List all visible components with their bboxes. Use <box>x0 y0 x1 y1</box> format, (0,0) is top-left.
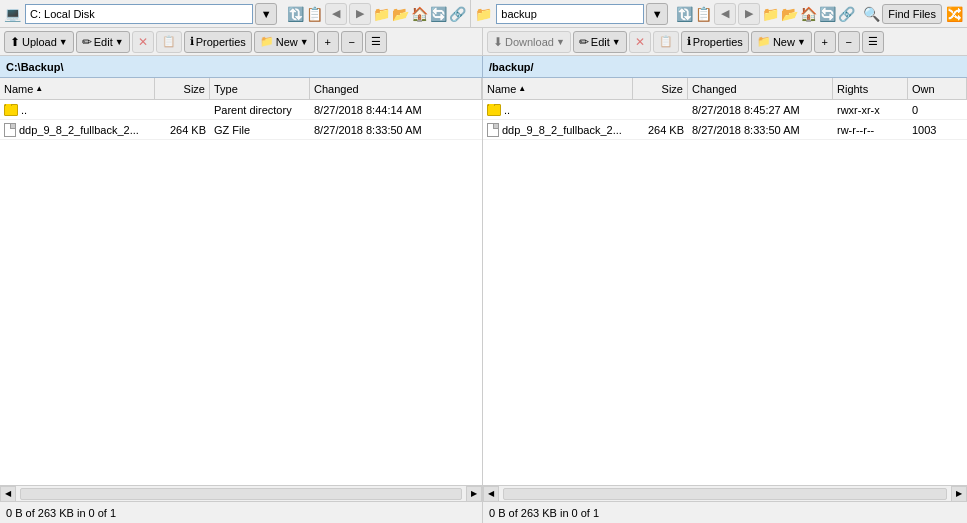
find-files-label: Find Files <box>888 8 936 20</box>
right-col-changed[interactable]: Changed <box>688 78 833 99</box>
left-scrollbar-pane: ◀ ▶ <box>0 486 483 501</box>
right-address-input[interactable] <box>496 4 644 24</box>
left-file-pane: Name ▲ Size Type Changed <box>0 78 483 485</box>
download-button[interactable]: ⬇ Download ▼ <box>487 31 571 53</box>
left-status-text: 0 B of 263 KB in 0 of 1 <box>6 507 116 519</box>
left-parent-name: .. <box>21 104 27 116</box>
left-col-type[interactable]: Type <box>210 78 310 99</box>
left-new-icon: 📁 <box>260 35 274 48</box>
right-bookmark-icon: 📋 <box>695 6 712 22</box>
left-col-changed[interactable]: Changed <box>310 78 482 99</box>
right-scroll-left[interactable]: ◀ <box>483 486 499 502</box>
left-delete-button[interactable]: ✕ <box>132 31 154 53</box>
left-path: C:\Backup\ <box>0 56 483 77</box>
left-back-btn[interactable]: ◀ <box>325 3 347 25</box>
upload-icon: ⬆ <box>10 35 20 49</box>
right-link-icon: 🔗 <box>838 6 855 22</box>
download-arrow: ▼ <box>556 37 565 47</box>
left-col-name[interactable]: Name ▲ <box>0 78 155 99</box>
download-label: Download <box>505 36 554 48</box>
path-row: C:\Backup\ /backup/ <box>0 56 967 78</box>
left-edit-button[interactable]: ✏ Edit ▼ <box>76 31 130 53</box>
right-expand-btn[interactable]: + <box>814 31 836 53</box>
right-edit-label: Edit <box>591 36 610 48</box>
right-properties-label: Properties <box>693 36 743 48</box>
find-files-button[interactable]: Find Files <box>882 4 942 24</box>
right-scrollbar-pane: ◀ ▶ <box>483 486 967 501</box>
left-copy-button[interactable]: 📋 <box>156 31 182 53</box>
left-edit-arrow: ▼ <box>115 37 124 47</box>
right-new-label: New <box>773 36 795 48</box>
left-address-input[interactable] <box>25 4 253 24</box>
right-copy-button[interactable]: 📋 <box>653 31 679 53</box>
right-edit-icon: ✏ <box>579 35 589 49</box>
right-file-pane: Name ▲ Size Changed Rights Own <box>483 78 967 485</box>
left-collapse-btn[interactable]: − <box>341 31 363 53</box>
right-row-file[interactable]: ddp_9_8_2_fullback_2... 264 KB 8/27/2018… <box>483 120 967 140</box>
right-col-rights[interactable]: Rights <box>833 78 908 99</box>
left-link-icon: 🔗 <box>449 6 466 22</box>
right-collapse-btn[interactable]: − <box>838 31 860 53</box>
right-delete-icon: ✕ <box>635 35 645 49</box>
right-edit-arrow: ▼ <box>612 37 621 47</box>
right-menu-btn[interactable]: ☰ <box>862 31 884 53</box>
left-drive-icon: 💻 <box>4 6 21 22</box>
left-col-size[interactable]: Size <box>155 78 210 99</box>
right-back-btn[interactable]: ◀ <box>714 3 736 25</box>
left-properties-button[interactable]: ℹ Properties <box>184 31 252 53</box>
right-new-button[interactable]: 📁 New ▼ <box>751 31 812 53</box>
right-delete-button[interactable]: ✕ <box>629 31 651 53</box>
right-dropdown-btn[interactable]: ▼ <box>646 3 668 25</box>
right-col-owner[interactable]: Own <box>908 78 967 99</box>
right-forward-btn[interactable]: ▶ <box>738 3 760 25</box>
left-scroll-left[interactable]: ◀ <box>0 486 16 502</box>
right-parent-changed: 8/27/2018 8:45:27 AM <box>688 104 833 116</box>
left-file-size: 264 KB <box>155 124 210 136</box>
right-scrollbar-track[interactable] <box>503 488 947 500</box>
left-row-parent[interactable]: .. Parent directory 8/27/2018 8:44:14 AM <box>0 100 482 120</box>
left-home-icon: 🏠 <box>411 6 428 22</box>
left-address-pane: 💻 ▼ 🔃 📋 ◀ ▶ 📁 📂 🏠 🔄 🔗 <box>0 0 471 27</box>
right-copy-icon: 📋 <box>659 35 673 48</box>
right-row-parent[interactable]: .. 8/27/2018 8:45:27 AM rwxr-xr-x 0 <box>483 100 967 120</box>
right-file-changed: 8/27/2018 8:33:50 AM <box>688 124 833 136</box>
left-dropdown-btn[interactable]: ▼ <box>255 3 277 25</box>
right-col-name[interactable]: Name ▲ <box>483 78 633 99</box>
left-scrollbar-track[interactable] <box>20 488 462 500</box>
right-parent-owner: 0 <box>908 104 967 116</box>
left-menu-btn[interactable]: ☰ <box>365 31 387 53</box>
right-scroll-right[interactable]: ▶ <box>951 486 967 502</box>
left-forward-btn[interactable]: ▶ <box>349 3 371 25</box>
right-home-icon: 🏠 <box>800 6 817 22</box>
right-col-size[interactable]: Size <box>633 78 688 99</box>
right-status-pane: 0 B of 263 KB in 0 of 1 <box>483 502 967 523</box>
right-path-label: /backup/ <box>489 61 534 73</box>
left-scroll-right[interactable]: ▶ <box>466 486 482 502</box>
action-toolbar-row: ⬆ Upload ▼ ✏ Edit ▼ ✕ 📋 ℹ Properties 📁 N <box>0 28 967 56</box>
right-parent-name: .. <box>504 104 510 116</box>
left-row-file[interactable]: ddp_9_8_2_fullback_2... 264 KB GZ File 8… <box>0 120 482 140</box>
upload-button[interactable]: ⬆ Upload ▼ <box>4 31 74 53</box>
left-new-arrow: ▼ <box>300 37 309 47</box>
left-parent-type: Parent directory <box>210 104 310 116</box>
left-path-label: C:\Backup\ <box>6 61 63 73</box>
right-col-headers: Name ▲ Size Changed Rights Own <box>483 78 967 100</box>
left-parent-folder-icon <box>4 104 18 116</box>
left-refresh-icon: 🔄 <box>430 6 447 22</box>
left-file-changed: 8/27/2018 8:33:50 AM <box>310 124 482 136</box>
right-new-icon: 📁 <box>757 35 771 48</box>
right-properties-button[interactable]: ℹ Properties <box>681 31 749 53</box>
right-edit-button[interactable]: ✏ Edit ▼ <box>573 31 627 53</box>
left-col-headers: Name ▲ Size Type Changed <box>0 78 482 100</box>
right-file-name: ddp_9_8_2_fullback_2... <box>502 124 622 136</box>
left-new-button[interactable]: 📁 New ▼ <box>254 31 315 53</box>
right-address-pane: 📁 ▼ 🔃 📋 ◀ ▶ 📁 📂 🏠 🔄 🔗 🔍 Find Files 🔀 <box>471 0 967 27</box>
left-expand-btn[interactable]: + <box>317 31 339 53</box>
right-drive-icon: 📁 <box>475 6 492 22</box>
left-action-toolbar: ⬆ Upload ▼ ✏ Edit ▼ ✕ 📋 ℹ Properties 📁 N <box>0 28 483 55</box>
right-status-text: 0 B of 263 KB in 0 of 1 <box>489 507 599 519</box>
sort-arrow-name: ▲ <box>35 84 43 93</box>
status-row: 0 B of 263 KB in 0 of 1 0 B of 263 KB in… <box>0 501 967 523</box>
left-sync-icon: 🔃 <box>287 6 304 22</box>
right-sync-icon: 🔃 <box>676 6 693 22</box>
